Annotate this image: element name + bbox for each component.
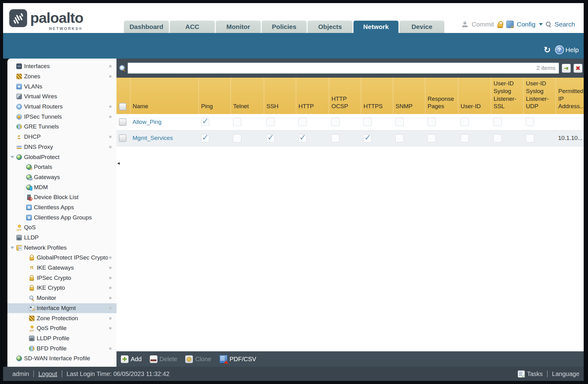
profile-name-link[interactable]: Mgmt_Services <box>133 135 173 141</box>
http-checkbox[interactable] <box>298 134 307 142</box>
row-select-checkbox[interactable] <box>119 134 126 142</box>
tab-objects[interactable]: Objects <box>308 21 353 33</box>
sidebar-item-network-profiles[interactable]: Network Profiles <box>7 243 116 253</box>
tab-dashboard[interactable]: Dashboard <box>124 21 169 33</box>
tab-acc[interactable]: ACC <box>170 21 215 33</box>
snmp-checkbox[interactable] <box>395 134 404 142</box>
snmp-checkbox[interactable] <box>395 118 404 126</box>
profile-name-link[interactable]: Allow_Ping <box>133 119 161 125</box>
http-ocsp-checkbox[interactable] <box>331 118 340 126</box>
sidebar-item-lldp-profile[interactable]: LLDP Profile <box>7 333 116 344</box>
uid-syslog-ssl-checkbox[interactable] <box>493 134 502 142</box>
apply-filter-button[interactable]: ➜ <box>562 64 571 73</box>
config-button[interactable]: Config <box>517 21 536 28</box>
sidebar-item-gateways[interactable]: Gateways <box>7 172 116 182</box>
sidebar-item-ipsec-tunnels[interactable]: IPSec Tunnels <box>7 112 116 122</box>
ping-checkbox[interactable] <box>201 118 209 126</box>
telnet-checkbox[interactable] <box>233 118 241 126</box>
clientless-apps-icon <box>26 205 32 210</box>
sidebar-item-virtual-routers[interactable]: Virtual Routers <box>7 102 116 112</box>
sidebar-item-portals[interactable]: Portals <box>7 162 116 172</box>
http-checkbox[interactable] <box>298 118 307 126</box>
sidebar-item-label: GRE Tunnels <box>24 123 116 130</box>
lock-icon[interactable] <box>497 21 503 28</box>
tab-policies[interactable]: Policies <box>262 21 307 33</box>
refresh-icon[interactable]: ↻ <box>544 46 551 54</box>
commit-button[interactable]: Commit <box>472 21 494 28</box>
sidebar-item-zone-protection[interactable]: Zone Protection <box>7 313 116 323</box>
logout-link[interactable]: Logout <box>38 370 57 378</box>
response-pages-checkbox[interactable] <box>427 134 436 142</box>
sidebar-item-ipsec-crypto[interactable]: IPSec Crypto <box>7 273 116 283</box>
column-header-https[interactable]: HTTPS <box>361 78 393 114</box>
sidebar-item-mdm[interactable]: MDM <box>7 182 116 192</box>
sidebar-item-zones[interactable]: Zones <box>7 71 116 82</box>
add-button[interactable]: ✚Add <box>121 355 142 363</box>
sidebar-item-dns-proxy[interactable]: DNS Proxy <box>7 142 116 152</box>
telnet-checkbox[interactable] <box>233 134 241 142</box>
column-header-user-id[interactable]: User-ID <box>458 78 491 114</box>
expand-caret-icon[interactable] <box>10 247 14 249</box>
help-button[interactable]: ? Help <box>555 45 579 54</box>
clear-filter-button[interactable]: ✖ <box>574 64 582 73</box>
pdf-csv-button[interactable]: PDF/CSV <box>219 355 256 363</box>
user-id-checkbox[interactable] <box>460 134 469 142</box>
row-select-checkbox[interactable] <box>119 118 126 126</box>
sidebar-item-globalprotect-ipsec-crypto[interactable]: GlobalProtect IPSec Crypto <box>7 253 116 263</box>
column-header-http[interactable]: HTTP <box>296 78 329 114</box>
tasks-button[interactable]: Tasks <box>527 370 543 378</box>
column-header-telnet[interactable]: Telnet <box>231 78 264 114</box>
config-dropdown-caret-icon[interactable] <box>539 23 543 26</box>
column-header-ssh[interactable]: SSH <box>264 78 296 114</box>
sidebar-item-clientless-apps[interactable]: Clientless Apps <box>7 202 116 213</box>
global-search-button[interactable]: Search <box>554 21 575 28</box>
permitted-ip-cell <box>556 114 584 130</box>
select-all-checkbox[interactable] <box>119 103 126 110</box>
filter-input[interactable] <box>128 63 559 74</box>
sidebar-item-ike-crypto[interactable]: IKE Crypto <box>7 283 116 293</box>
sidebar-item-sd-wan-interface-profile[interactable]: SD-WAN Interface Profile <box>7 353 116 364</box>
column-header-permitted-ip-address[interactable]: Permitted IP Address... <box>556 78 584 114</box>
uid-syslog-udp-checkbox[interactable] <box>526 118 534 126</box>
column-header-response-pages[interactable]: Response Pages <box>425 78 458 114</box>
sidebar-item-qos[interactable]: QoS <box>7 223 116 233</box>
user-id-checkbox[interactable] <box>460 118 469 126</box>
sidebar-item-dhcp[interactable]: DHCP <box>7 132 116 142</box>
column-header-ping[interactable]: Ping <box>198 78 231 114</box>
uid-syslog-ssl-checkbox[interactable] <box>493 118 502 126</box>
uid-syslog-udp-checkbox[interactable] <box>526 134 534 142</box>
ssh-checkbox[interactable] <box>266 134 275 142</box>
sidebar-item-gre-tunnels[interactable]: GRE Tunnels <box>7 122 116 132</box>
global-search-icon <box>546 22 551 27</box>
column-header-user-id-syslog-listener-udp[interactable]: User-ID Syslog Listener-UDP <box>523 78 556 114</box>
sidebar-item-qos-profile[interactable]: QoS Profile <box>7 323 116 333</box>
tab-device[interactable]: Device <box>399 21 444 33</box>
sidebar-item-virtual-wires[interactable]: Virtual Wires <box>7 92 116 102</box>
https-checkbox[interactable] <box>363 134 372 142</box>
sidebar-item-lldp[interactable]: LLDP <box>7 233 116 243</box>
sidebar-item-globalprotect[interactable]: GlobalProtect <box>7 152 116 162</box>
sidebar-item-vlans[interactable]: VLANs <box>7 81 116 92</box>
ping-checkbox[interactable] <box>201 134 209 142</box>
sidebar-item-bfd-profile[interactable]: BFD Profile <box>7 343 116 353</box>
tab-network[interactable]: Network <box>353 21 398 33</box>
logo-networks-text: NETWORKS® <box>49 27 83 31</box>
language-button[interactable]: Language <box>552 370 579 378</box>
sidebar-item-device-block-list[interactable]: Device Block List <box>7 192 116 202</box>
sidebar-item-interfaces[interactable]: Interfaces <box>7 61 116 71</box>
sidebar-item-interface-mgmt[interactable]: Interface Mgmt <box>7 303 116 313</box>
sidebar-collapse-handle[interactable]: ◄ <box>116 160 121 166</box>
sidebar-item-ike-gateways[interactable]: IKE Gateways <box>7 263 116 273</box>
ssh-checkbox[interactable] <box>266 118 275 126</box>
column-header-http-ocsp[interactable]: HTTP OCSP <box>329 78 361 114</box>
sidebar-item-clientless-app-groups[interactable]: Clientless App Groups <box>7 212 116 223</box>
sidebar-item-monitor[interactable]: Monitor <box>7 293 116 303</box>
tab-monitor[interactable]: Monitor <box>216 21 261 33</box>
response-pages-checkbox[interactable] <box>427 118 436 126</box>
column-header-name[interactable]: Name <box>130 78 198 114</box>
http-ocsp-checkbox[interactable] <box>331 134 340 142</box>
expand-caret-icon[interactable] <box>10 156 14 158</box>
column-header-user-id-syslog-listener-ssl[interactable]: User-ID Syslog Listener-SSL <box>491 78 523 114</box>
https-checkbox[interactable] <box>363 118 372 126</box>
column-header-snmp[interactable]: SNMP <box>393 78 425 114</box>
